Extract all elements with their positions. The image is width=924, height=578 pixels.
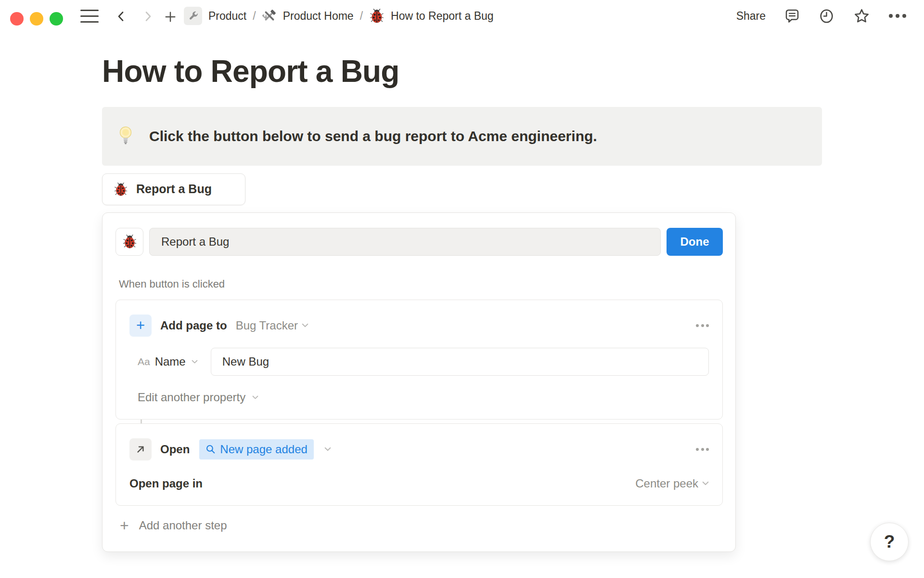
minimize-window-button[interactable] xyxy=(30,12,43,26)
comment-icon[interactable] xyxy=(784,8,800,24)
report-a-bug-button-label: Report a Bug xyxy=(136,182,212,196)
breadcrumb-item-current-page[interactable]: How to Report a Bug xyxy=(369,8,494,24)
step-connector xyxy=(141,420,142,423)
share-button[interactable]: Share xyxy=(736,10,766,23)
chevron-down-icon xyxy=(702,481,709,486)
chevron-down-icon xyxy=(302,323,308,328)
step-more-icon[interactable] xyxy=(696,448,709,451)
ladybug-icon xyxy=(114,182,128,197)
text-property-icon: Aa xyxy=(138,356,150,368)
back-icon[interactable] xyxy=(116,11,127,22)
callout-block: Click the button below to send a bug rep… xyxy=(102,107,822,166)
breadcrumb-item-product[interactable]: Product xyxy=(184,7,246,25)
close-window-button[interactable] xyxy=(10,12,24,26)
hammer-wrench-icon xyxy=(262,9,277,23)
button-icon-picker[interactable] xyxy=(116,228,143,256)
trigger-label: When button is clicked xyxy=(119,278,723,290)
ladybug-icon xyxy=(369,8,385,24)
open-arrow-icon xyxy=(129,438,152,460)
breadcrumb-label: How to Report a Bug xyxy=(391,10,494,23)
breadcrumb-item-product-home[interactable]: Product Home xyxy=(262,9,354,23)
step-more-icon[interactable] xyxy=(696,324,709,327)
property-select[interactable]: Name xyxy=(155,355,186,368)
button-name-input[interactable] xyxy=(149,228,661,256)
plus-icon: + xyxy=(120,518,129,533)
step-action-label: Open xyxy=(160,443,190,456)
callout-text: Click the button below to send a bug rep… xyxy=(149,128,597,144)
chevron-down-icon[interactable] xyxy=(324,447,331,451)
search-icon xyxy=(205,444,216,454)
topbar-actions: Share xyxy=(736,0,906,32)
button-editor-panel: Done When button is clicked + Add page t… xyxy=(102,212,736,552)
edit-another-property-button[interactable]: Edit another property xyxy=(129,391,709,404)
plus-icon: + xyxy=(129,315,152,337)
property-value-input[interactable] xyxy=(211,348,709,376)
open-target-token[interactable]: New page added xyxy=(199,439,313,460)
notion-window: Product / Product Home / xyxy=(0,0,924,578)
forward-icon[interactable] xyxy=(142,11,154,22)
more-icon[interactable] xyxy=(889,14,906,18)
topbar: Product / Product Home / xyxy=(0,0,924,32)
breadcrumb: Product / Product Home / xyxy=(184,0,494,32)
breadcrumb-label: Product xyxy=(208,10,246,23)
help-button[interactable]: ? xyxy=(870,523,909,561)
add-another-step-button[interactable]: + Add another step xyxy=(120,518,723,552)
target-database-value: Bug Tracker xyxy=(236,319,298,332)
open-page-in-label: Open page in xyxy=(129,477,203,490)
menu-icon[interactable] xyxy=(80,10,99,23)
zoom-window-button[interactable] xyxy=(50,12,63,26)
open-page-in-value: Center peek xyxy=(635,477,698,490)
breadcrumb-separator: / xyxy=(360,10,363,23)
breadcrumb-label: Product Home xyxy=(283,10,354,23)
star-icon[interactable] xyxy=(853,8,870,25)
window-controls xyxy=(10,12,63,26)
open-target-label: New page added xyxy=(220,443,307,456)
breadcrumb-separator: / xyxy=(253,10,256,23)
step-action-label: Add page to xyxy=(160,319,227,332)
clock-icon[interactable] xyxy=(819,8,834,24)
wrench-icon xyxy=(184,7,202,25)
light-bulb-icon xyxy=(118,126,133,147)
step-card-add-page: + Add page to Bug Tracker Aa Name xyxy=(116,300,723,420)
chevron-down-icon xyxy=(252,395,258,399)
new-page-icon[interactable] xyxy=(164,11,177,23)
open-page-in-select[interactable]: Center peek xyxy=(635,477,709,490)
done-button[interactable]: Done xyxy=(667,228,723,256)
chevron-down-icon xyxy=(192,360,198,364)
page-title: How to Report a Bug xyxy=(102,54,924,90)
report-a-bug-button[interactable]: Report a Bug xyxy=(102,173,245,205)
step-card-open-page: Open New page added Open page in xyxy=(116,423,723,506)
target-database-select[interactable]: Bug Tracker xyxy=(236,319,308,332)
page-content: How to Report a Bug Click the button bel… xyxy=(0,54,924,552)
ladybug-icon xyxy=(122,234,137,249)
button-editor-header: Done xyxy=(116,228,723,256)
